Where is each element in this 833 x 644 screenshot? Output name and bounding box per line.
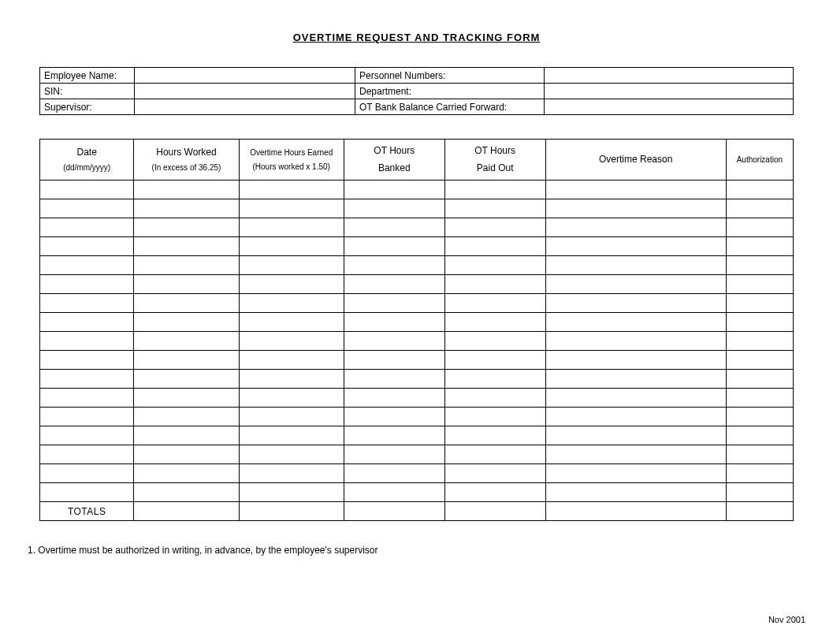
table-row (40, 181, 794, 199)
department-value (545, 84, 794, 99)
tracking-table: Date (dd/mm/yyyy) Hours Worked (In exces… (39, 139, 794, 521)
table-row (40, 237, 794, 256)
col-header-ot-paid: OT Hours Paid Out (444, 140, 545, 181)
col-header-date: Date (dd/mm/yyyy) (40, 140, 134, 181)
ot-bank-label: OT Bank Balance Carried Forward: (355, 99, 545, 115)
col-paid-label: OT Hours (474, 145, 515, 156)
table-row (40, 370, 794, 389)
table-row (40, 351, 794, 370)
table-row (40, 445, 794, 464)
footer-date: Nov 2001 (768, 615, 805, 624)
totals-row: TOTALS (40, 502, 794, 521)
col-header-auth: Authorization (726, 140, 793, 181)
table-row (40, 199, 794, 218)
col-banked-label: OT Hours (374, 145, 415, 156)
col-date-label: Date (77, 147, 97, 158)
table-row (40, 218, 794, 237)
col-date-sub: (dd/mm/yyyy) (42, 161, 132, 175)
table-row (40, 332, 794, 351)
col-header-reason: Overtime Reason (545, 140, 726, 181)
personnel-numbers-label: Personnel Numbers: (355, 68, 545, 84)
table-row (40, 294, 794, 313)
col-earned-label: Overtime Hours Earned (250, 148, 333, 157)
supervisor-label: Supervisor: (40, 99, 135, 115)
department-label: Department: (355, 84, 545, 99)
col-banked-sub: Banked (346, 160, 443, 177)
personnel-numbers-value (545, 68, 794, 84)
table-row (40, 408, 794, 426)
footnote: 1. Overtime must be authorized in writin… (28, 545, 794, 556)
table-row (40, 256, 794, 275)
form-title: OVERTIME REQUEST AND TRACKING FORM (39, 32, 794, 43)
employee-name-value (135, 68, 355, 84)
col-hours-sub: (In excess of 36.25) (136, 161, 236, 175)
table-row (40, 389, 794, 408)
col-header-hours-worked: Hours Worked (In excess of 36.25) (134, 140, 239, 181)
employee-name-label: Employee Name: (40, 68, 135, 84)
tracking-tbody: TOTALS (40, 181, 794, 521)
sin-value (135, 84, 355, 99)
col-header-ot-earned: Overtime Hours Earned (Hours worked x 1.… (239, 140, 344, 181)
col-hours-label: Hours Worked (156, 147, 216, 158)
supervisor-value (135, 99, 355, 115)
col-paid-sub: Paid Out (447, 160, 544, 177)
table-row (40, 464, 794, 483)
table-row (40, 483, 794, 502)
employee-info-table: Employee Name: Personnel Numbers: SIN: D… (39, 67, 794, 115)
totals-label: TOTALS (40, 502, 134, 521)
table-row (40, 313, 794, 332)
sin-label: SIN: (40, 84, 135, 99)
table-row (40, 426, 794, 445)
ot-bank-value (545, 99, 794, 115)
table-row (40, 275, 794, 294)
col-header-ot-banked: OT Hours Banked (344, 140, 444, 181)
col-earned-sub: (Hours worked x 1.50) (241, 160, 342, 174)
